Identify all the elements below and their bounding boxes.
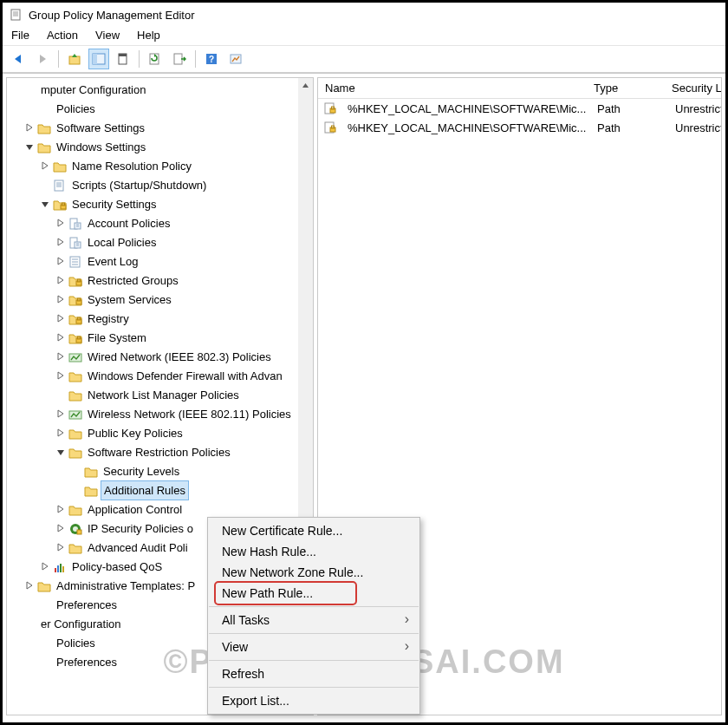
tree-item-label: er Configuration — [38, 615, 124, 633]
expander-icon — [40, 180, 50, 190]
svg-rect-14 — [55, 180, 63, 191]
titlebar[interactable]: Group Policy Management Editor — [3, 3, 725, 25]
folder-lock-icon — [53, 198, 67, 210]
list-row[interactable]: %HKEY_LOCAL_MACHINE\SOFTWARE\Mic...PathU… — [318, 118, 721, 137]
forward-button[interactable] — [32, 49, 53, 69]
folder-icon — [68, 541, 82, 553]
expander-icon — [24, 656, 35, 667]
tree-item[interactable]: Name Resolution Policy — [7, 156, 313, 175]
tree-item-label: Preferences — [54, 653, 120, 671]
column-type[interactable]: Type — [587, 82, 665, 95]
expander-icon[interactable] — [55, 218, 66, 228]
svg-rect-10 — [174, 54, 182, 64]
tree-item[interactable]: Scripts (Startup/Shutdown) — [7, 175, 313, 194]
tree-item[interactable]: System Services — [7, 290, 313, 309]
column-name[interactable]: Name — [318, 82, 587, 95]
tree-item[interactable]: Network List Manager Policies — [7, 385, 313, 404]
tree-item[interactable]: Event Log — [7, 251, 313, 271]
context-menu-item[interactable]: View — [208, 637, 419, 657]
menu-file[interactable]: File — [10, 27, 31, 43]
expander-icon[interactable] — [55, 237, 66, 247]
expander-icon[interactable] — [40, 561, 50, 572]
tree-item[interactable]: Software Restriction Policies — [7, 442, 313, 461]
svg-text:?: ? — [209, 55, 214, 64]
expander-icon[interactable] — [55, 504, 66, 514]
net-icon — [68, 408, 82, 420]
tree-item-label: Network List Manager Policies — [85, 386, 242, 404]
expander-icon[interactable] — [24, 580, 35, 591]
expander-icon — [24, 599, 35, 610]
context-menu-item[interactable]: New Network Zone Rule... — [208, 562, 419, 583]
filter-button[interactable] — [225, 49, 246, 69]
tree-item[interactable]: Application Control — [7, 500, 313, 519]
tree-item[interactable]: Additional Rules — [7, 480, 313, 500]
expander-icon[interactable] — [55, 275, 66, 285]
tree-item-label: Security Settings — [69, 195, 159, 213]
context-menu-item[interactable]: Export List... — [208, 690, 419, 711]
expander-icon[interactable] — [55, 542, 66, 552]
context-menu-item[interactable]: New Hash Rule... — [208, 541, 419, 562]
expander-icon[interactable] — [55, 351, 66, 362]
folder-lock-icon — [68, 293, 82, 305]
tree-item[interactable]: Restricted Groups — [7, 271, 313, 290]
column-security[interactable]: Security Le — [665, 82, 721, 95]
tree-item[interactable]: Windows Settings — [7, 137, 313, 156]
tree-item[interactable]: Account Policies — [7, 213, 313, 232]
context-menu-item[interactable]: All Tasks — [208, 610, 419, 630]
expander-icon[interactable] — [24, 122, 35, 133]
tree-item-label: Registry — [85, 310, 132, 328]
copy-button[interactable] — [113, 49, 133, 69]
expander-icon — [24, 103, 35, 114]
export-button[interactable] — [169, 49, 190, 69]
list-header: Name Type Security Le — [318, 78, 721, 99]
tree-item[interactable]: Local Policies — [7, 232, 313, 251]
tree-item-label: Policies — [54, 100, 98, 118]
tree-item-label: Application Control — [85, 500, 185, 519]
context-menu-item[interactable]: New Path Rule... — [208, 583, 419, 604]
expander-icon[interactable] — [55, 370, 66, 381]
context-menu-separator — [209, 633, 419, 634]
context-menu-item[interactable]: New Certificate Rule... — [208, 520, 419, 541]
tree-item[interactable]: Windows Defender Firewall with Advan — [7, 366, 313, 385]
window-frame: Group Policy Management Editor File Acti… — [0, 0, 728, 725]
expander-icon[interactable] — [40, 160, 50, 171]
folder-icon — [68, 427, 82, 439]
back-button[interactable] — [8, 49, 29, 69]
tree-item[interactable]: Wireless Network (IEEE 802.11) Policies — [7, 404, 313, 423]
tree-item[interactable]: mputer Configuration — [7, 80, 313, 99]
expander-icon[interactable] — [55, 523, 66, 533]
tree-item-label: Software Restriction Policies — [85, 443, 233, 461]
expander-icon[interactable] — [55, 332, 66, 343]
scroll-up-button[interactable] — [298, 78, 313, 93]
expander-icon[interactable] — [24, 141, 35, 152]
tree-item[interactable]: Registry — [7, 309, 313, 328]
menu-action[interactable]: Action — [45, 27, 80, 43]
up-button[interactable] — [64, 49, 85, 69]
expander-icon[interactable] — [55, 256, 66, 266]
tree-item[interactable]: Policies — [7, 99, 313, 118]
expander-icon[interactable] — [55, 447, 66, 457]
expander-icon[interactable] — [40, 199, 50, 209]
context-menu-item[interactable]: Refresh — [208, 663, 419, 684]
tree-item[interactable]: Security Settings — [7, 194, 313, 213]
menu-help[interactable]: Help — [135, 27, 162, 43]
expander-icon[interactable] — [55, 294, 66, 304]
expander-icon[interactable] — [55, 408, 66, 419]
expander-icon[interactable] — [55, 313, 66, 323]
tree-item[interactable]: Public Key Policies — [7, 423, 313, 442]
folder-icon — [68, 503, 82, 515]
tree-item-label: Windows Defender Firewall with Advan — [85, 367, 285, 385]
refresh-button[interactable] — [145, 49, 166, 69]
tree-item[interactable]: Wired Network (IEEE 802.3) Policies — [7, 347, 313, 366]
tree-item[interactable]: Software Settings — [7, 118, 313, 137]
toolbar: ? — [3, 46, 725, 73]
show-tree-button[interactable] — [88, 49, 109, 69]
menu-view[interactable]: View — [94, 27, 121, 43]
tree-item[interactable]: Security Levels — [7, 461, 313, 480]
list-row[interactable]: %HKEY_LOCAL_MACHINE\SOFTWARE\Mic...PathU… — [318, 99, 721, 118]
expander-icon[interactable] — [55, 428, 66, 438]
tree-item-label: Advanced Audit Poli — [85, 539, 191, 557]
tree-item[interactable]: File System — [7, 328, 313, 347]
help-button[interactable]: ? — [201, 49, 222, 69]
path-rule-icon — [323, 101, 337, 115]
